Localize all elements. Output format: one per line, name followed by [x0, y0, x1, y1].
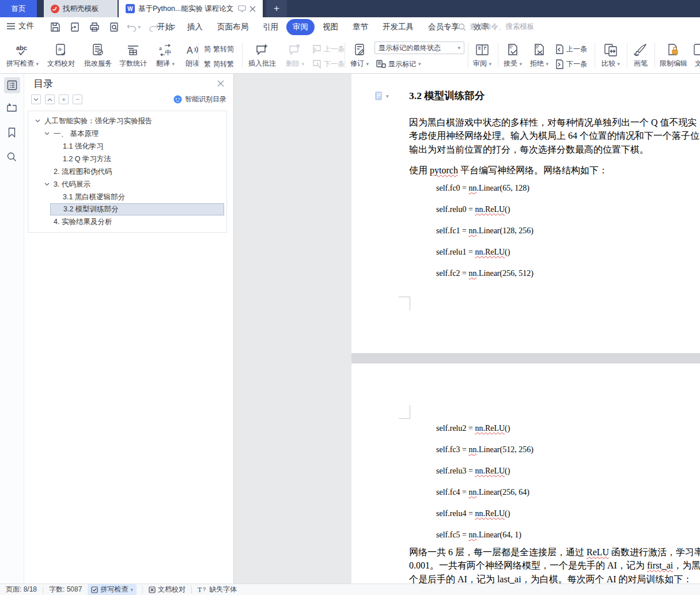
correction-service-icon	[81, 40, 115, 57]
review-pane-button[interactable]: 审阅 ▾	[469, 40, 495, 71]
tab-docer-templates[interactable]: 找稻壳模板	[44, 0, 118, 17]
spell-check-button[interactable]: abc 拼写检查 ▾	[3, 40, 41, 71]
file-menu-button[interactable]: 文件	[7, 21, 34, 31]
ink-button[interactable]: 画笔	[629, 40, 652, 71]
toc-panel-button[interactable]	[4, 77, 20, 93]
section-folder-icon	[6, 103, 17, 112]
undo-button[interactable]: ▾	[127, 20, 141, 34]
tab-view[interactable]: 视图	[316, 19, 345, 35]
reject-change-button[interactable]: 拒绝 ▾	[527, 40, 552, 71]
close-panel-icon[interactable]	[217, 79, 224, 89]
trad-to-simp-button[interactable]: 简繁转简	[204, 43, 234, 55]
section-nav-button[interactable]	[4, 99, 20, 115]
tab-section[interactable]: 章节	[346, 19, 374, 35]
translate-button[interactable]: a中 翻译 ▾	[151, 40, 180, 71]
page-gap	[351, 353, 700, 363]
text-line: 因为黑白棋游戏中状态的多样性，对每种情况单独列出一个 Q 值不现实，	[409, 116, 700, 129]
simp-to-trad-button[interactable]: 繁简转繁	[204, 58, 234, 70]
document-page-1[interactable]: ▾ 3.2 模型训练部分 因为黑白棋游戏中状态的多样性，对每种情况单独列出一个 …	[351, 74, 700, 353]
tab-page-layout[interactable]: 页面布局	[211, 19, 255, 35]
heading-style-gutter[interactable]: ▾	[374, 91, 389, 101]
compare-button[interactable]: 比较 ▾	[597, 40, 625, 71]
page-next-icon	[554, 59, 564, 69]
screen-share-icon[interactable]	[238, 5, 246, 12]
text-line: self.relu1 = nn.ReLU()	[436, 247, 533, 268]
smart-recognize-toc-button[interactable]: 智能识别目录	[173, 94, 226, 104]
tab-document[interactable]: W 基于Python...能实验 课程论文	[119, 0, 263, 17]
insert-comment-button[interactable]: 插入批注	[244, 40, 280, 71]
close-tab-icon[interactable]	[249, 6, 256, 12]
tab-references[interactable]: 引用	[256, 19, 285, 35]
toc-tree-item[interactable]: 一、 基本原理	[28, 127, 224, 140]
correction-service-button[interactable]: 批改服务	[81, 40, 115, 71]
svg-text:?: ?	[203, 586, 206, 592]
export-pdf-button[interactable]	[68, 20, 82, 34]
text-line: 使用 pytorch 平台编写神经网络。网络结构如下：	[409, 164, 608, 177]
text-line: 网络一共 6 层，每一层都是全连接层，通过 ReLU 函数进行激活，学习率	[409, 545, 700, 559]
markup-state-select[interactable]: 显示标记的最终状态▾	[374, 41, 464, 54]
proofread-button[interactable]: a- 文档校对	[44, 40, 78, 71]
command-search[interactable]: 查找命令、搜索模板	[458, 22, 535, 32]
toc-tree-item[interactable]: 3.2 模型训练部分	[50, 203, 224, 215]
word-count-button[interactable]: 字数统计	[116, 40, 150, 71]
find-replace-button[interactable]	[4, 149, 20, 165]
save-button[interactable]	[48, 20, 62, 34]
restrict-editing-button[interactable]: 限制编辑	[657, 40, 690, 71]
print-preview-button[interactable]	[107, 20, 121, 34]
read-aloud-button[interactable]: A 朗读	[181, 40, 204, 71]
code-block: self.fc0 = nn.Linear(65, 128)self.relu0 …	[436, 183, 533, 290]
next-change-button[interactable]: 下一条	[554, 58, 587, 70]
toc-tree-item[interactable]: 1.1 强化学习	[28, 140, 224, 153]
toc-panel: 目录 ＋ － 智能识别目录 人工智能实验：强化学习实验报告一、 基本原理1.1 …	[24, 74, 234, 583]
document-page-2[interactable]: self.relu2 = nn.ReLU()self.fc3 = nn.Line…	[351, 363, 700, 583]
track-changes-button[interactable]: 修订 ▾	[347, 40, 372, 71]
divider	[242, 43, 243, 68]
chevron-down-icon: ▾	[130, 587, 133, 593]
tab-insert[interactable]: 插入	[181, 19, 209, 35]
svg-text:a-: a-	[58, 46, 63, 52]
print-button[interactable]	[88, 20, 101, 34]
expand-all-button[interactable]: ＋	[59, 94, 69, 104]
missing-fonts-indicator[interactable]: T? 缺失字体	[198, 585, 237, 594]
toc-tree-item[interactable]: 3. 代码展示	[28, 178, 224, 191]
tab-home[interactable]: 首页	[0, 0, 37, 17]
proofread-toggle[interactable]: 文档校对	[149, 585, 186, 594]
toc-tree-item[interactable]: 4. 实验结果及分析	[28, 215, 224, 228]
show-markup-button[interactable]: 显示标记 ▾	[376, 58, 421, 70]
tab-start[interactable]: 开始	[151, 19, 179, 35]
clipped-toolbar-button[interactable]: 文	[693, 40, 700, 71]
chevron-down-icon[interactable]	[44, 132, 54, 135]
chevron-down-icon[interactable]	[35, 119, 44, 123]
undo-caret-icon[interactable]: ▾	[138, 24, 141, 30]
collapse-all-button[interactable]: －	[73, 94, 82, 104]
delete-comment-button[interactable]: 删除 ▾	[282, 40, 308, 71]
document-canvas[interactable]: ▾ 3.2 模型训练部分 因为黑白棋游戏中状态的多样性，对每种情况单独列出一个 …	[234, 74, 700, 583]
toc-tree-item[interactable]: 1.2 Q 学习方法	[28, 153, 224, 165]
tab-dev-tools[interactable]: 开发工具	[376, 19, 420, 35]
document-heading: 3.2 模型训练部分	[409, 89, 485, 103]
divider	[43, 586, 43, 593]
toc-tree-item[interactable]: 2. 流程图和伪代码	[28, 165, 224, 178]
next-comment-button[interactable]: 下一条	[311, 58, 345, 70]
prev-comment-button[interactable]: 上一条	[311, 43, 345, 55]
translate-icon: a中	[151, 40, 180, 57]
prev-change-button[interactable]: 上一条	[554, 43, 587, 55]
reject-change-icon	[527, 40, 552, 57]
toc-tree-item[interactable]: 3.1 黑白棋逻辑部分	[28, 191, 224, 203]
word-count-indicator: 字数: 5087	[49, 585, 82, 594]
lock-document-icon	[657, 40, 690, 57]
tab-review[interactable]: 审阅	[286, 19, 315, 35]
new-tab-button[interactable]: +	[266, 0, 287, 17]
expand-down-button[interactable]	[31, 94, 41, 104]
chevron-down-icon: ▾	[418, 61, 421, 67]
code-block: self.relu2 = nn.ReLU()self.fc3 = nn.Line…	[436, 423, 533, 551]
review-pane-icon	[469, 40, 495, 57]
divider	[627, 43, 627, 68]
collapse-up-button[interactable]	[45, 94, 55, 104]
bookmark-button[interactable]	[4, 124, 20, 141]
chevron-down-icon[interactable]	[44, 183, 54, 186]
spell-check-toggle[interactable]: 拼写检查 ▾	[88, 584, 137, 595]
comment-next-icon	[311, 59, 321, 69]
accept-change-button[interactable]: 接受 ▾	[500, 40, 525, 71]
toc-tree-item[interactable]: 人工智能实验：强化学习实验报告	[28, 115, 224, 127]
